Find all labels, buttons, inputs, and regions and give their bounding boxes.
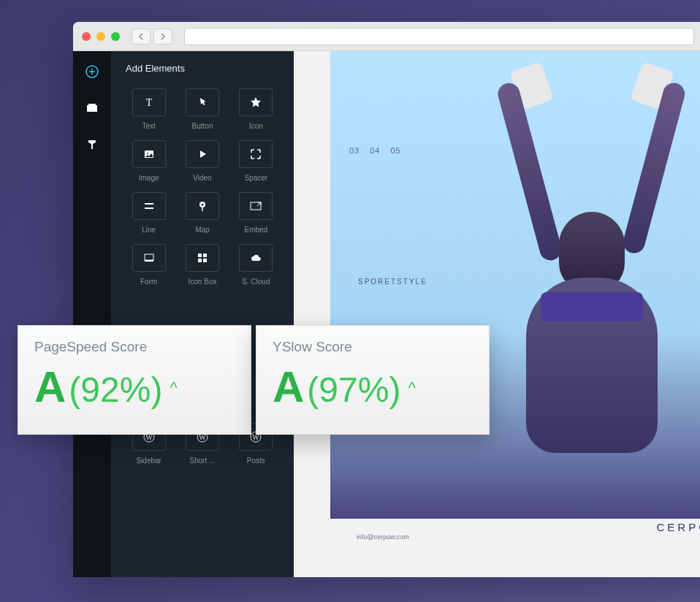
url-bar[interactable] [184,28,694,45]
panel-title: Add Elements [126,63,279,74]
lines-icon [132,192,166,220]
svg-rect-2 [88,104,96,105]
score-percent: (92%) [69,370,162,410]
layers-rail-button[interactable] [82,98,102,118]
left-rail [73,51,111,577]
grade-letter: A [34,365,66,409]
browser-nav-buttons [132,28,172,45]
svg-rect-11 [145,254,153,260]
page-numbers: 03 04 05 [349,146,401,155]
svg-rect-1 [87,105,97,112]
grid-icon [186,244,219,272]
element-label: Short ... [189,457,215,465]
page-number[interactable]: 05 [391,146,401,155]
sport-label: SPORETSTYLE [358,278,427,286]
page-number[interactable]: 04 [370,146,380,155]
browser-window: Add Elements TTextButtonIconImageVideoSp… [73,22,700,577]
pin-icon [186,192,219,220]
element-label: Embed [244,226,267,234]
close-window-icon[interactable] [82,32,91,41]
svg-rect-7 [145,207,153,209]
score-percent: (97%) [307,370,400,410]
play-icon [186,140,219,168]
svg-rect-13 [198,254,202,257]
score-title: PageSpeed Score [34,339,235,355]
score-value: A (92%) ^ [34,365,235,410]
browser-chrome [73,22,700,51]
element-label: Posts [247,457,265,465]
svg-rect-12 [145,260,153,262]
design-canvas[interactable]: 03 04 05 SPORETSTYLE info@cerpow.com CER… [294,51,700,577]
element-label: Icon [249,122,263,130]
element-label: S. Cloud [242,278,270,286]
svg-rect-16 [203,259,207,262]
element-item-video[interactable]: Video [179,140,225,182]
element-label: Sidebar [136,457,161,465]
add-elements-rail-button[interactable] [82,61,102,82]
element-item-image[interactable]: Image [126,140,172,182]
minimize-window-icon[interactable] [96,32,105,41]
svg-text:T: T [145,97,152,108]
svg-point-5 [147,153,148,154]
expand-icon [239,140,273,168]
traffic-lights [82,32,120,41]
score-value: A (97%) ^ [273,365,473,410]
element-item-spacer[interactable]: Spacer [233,140,279,182]
pointer-icon [186,88,219,116]
element-label: Button [192,122,213,130]
form-icon [132,244,166,272]
style-rail-button[interactable] [82,134,102,155]
element-label: Image [139,174,159,182]
hero-figure [475,66,700,460]
element-label: Form [140,278,157,286]
forward-button[interactable] [153,28,172,45]
yslow-score-card: YSlow Score A (97%) ^ [256,325,490,435]
element-label: Icon Box [189,278,217,286]
email-label: info@cerpow.com [357,533,409,541]
embed-icon [239,192,273,220]
pagespeed-score-card: PageSpeed Score A (92%) ^ [18,325,251,435]
star-icon [239,88,273,116]
svg-rect-15 [198,259,202,262]
svg-rect-6 [145,203,153,205]
caret-up-icon: ^ [170,378,177,397]
cloud-icon [239,244,273,272]
brand-label: CERPOW [657,521,701,533]
caret-up-icon: ^ [408,378,415,397]
grade-letter: A [273,365,304,409]
element-label: Video [193,174,211,182]
element-item-map[interactable]: Map [179,192,225,234]
element-label: Line [142,226,156,234]
element-item-text[interactable]: TText [126,88,172,130]
element-item-icon[interactable]: Icon [233,88,279,130]
back-button[interactable] [132,28,151,45]
svg-rect-14 [203,254,207,257]
svg-point-9 [201,204,203,206]
text-icon: T [132,88,166,116]
element-item-line[interactable]: Line [126,192,172,234]
element-label: Text [142,122,155,130]
image-icon [132,140,166,168]
element-label: Map [195,226,209,234]
element-item-button[interactable]: Button [179,88,225,130]
element-item-embed[interactable]: Embed [233,192,279,234]
app-body: Add Elements TTextButtonIconImageVideoSp… [73,51,700,577]
element-item-s-cloud[interactable]: S. Cloud [233,244,279,286]
maximize-window-icon[interactable] [111,32,120,41]
element-label: Spacer [244,174,267,182]
element-item-form[interactable]: Form [126,244,172,286]
score-title: YSlow Score [273,339,473,355]
elements-panel: Add Elements TTextButtonIconImageVideoSp… [111,51,294,577]
element-item-icon-box[interactable]: Icon Box [179,244,225,286]
page-number[interactable]: 03 [349,146,359,155]
score-cards: PageSpeed Score A (92%) ^ YSlow Score A … [18,325,490,435]
